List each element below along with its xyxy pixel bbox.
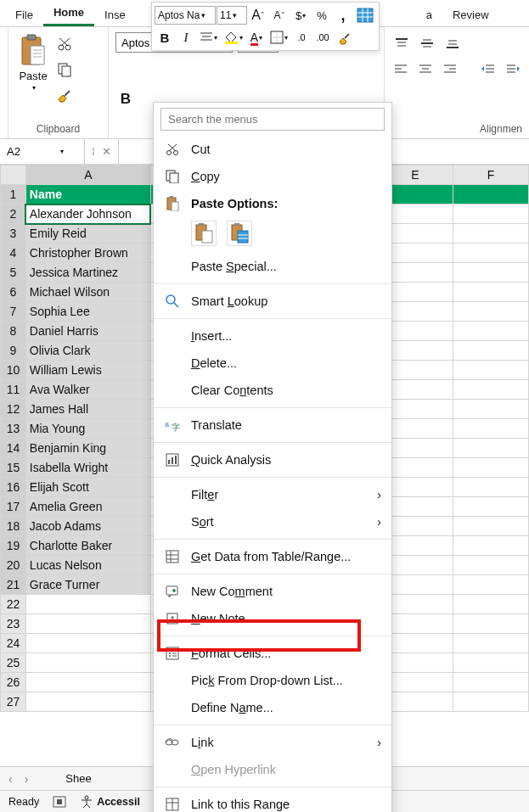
mini-align-button[interactable]: ▾: [197, 27, 220, 48]
cell-A9[interactable]: Olivia Clark: [25, 341, 150, 361]
sheet-tab[interactable]: Shee: [65, 772, 91, 785]
ctx-quick-analysis[interactable]: Quick Analysis: [154, 446, 391, 473]
ctx-format-cells[interactable]: Format Cells...: [154, 640, 391, 667]
format-table-button[interactable]: [354, 5, 376, 25]
cell-A12[interactable]: James Hall: [25, 400, 150, 419]
history-icon[interactable]: ⁞: [92, 145, 95, 158]
shrink-font-button[interactable]: A˅: [269, 5, 290, 25]
row-header-6[interactable]: 6: [1, 283, 26, 302]
mini-bold-button[interactable]: B: [155, 27, 175, 48]
cell-A14[interactable]: Benjamin King: [25, 439, 150, 458]
ctx-get-data[interactable]: Get Data from Table/Range...: [154, 543, 391, 570]
dec-indent-button[interactable]: [478, 59, 498, 78]
row-header-13[interactable]: 13: [1, 419, 26, 439]
row-header-23[interactable]: 23: [1, 614, 26, 634]
ctx-paste-special[interactable]: Paste Special...: [154, 253, 391, 280]
ctx-new-note[interactable]: New Note: [154, 605, 391, 632]
comma-button[interactable]: ,: [333, 5, 353, 25]
row-header-19[interactable]: 19: [1, 536, 26, 556]
cell-A19[interactable]: Charlotte Baker: [25, 536, 150, 556]
tab-extra[interactable]: a: [416, 5, 442, 26]
cell-A5[interactable]: Jessica Martinez: [25, 263, 150, 283]
ctx-new-comment[interactable]: New Comment: [154, 578, 391, 605]
align-bottom-button[interactable]: [442, 34, 463, 53]
ctx-filter[interactable]: Filter›: [154, 481, 391, 508]
cell-A15[interactable]: Isabella Wright: [25, 458, 150, 478]
align-center-button[interactable]: [416, 59, 436, 78]
row-header-2[interactable]: 2: [1, 204, 26, 224]
paste-button[interactable]: Paste ▾: [15, 31, 51, 95]
mini-border-button[interactable]: ▾: [267, 27, 290, 48]
row-header-7[interactable]: 7: [1, 302, 26, 322]
col-header-F[interactable]: F: [453, 165, 528, 185]
mini-dec-decimal-button[interactable]: .00: [312, 27, 333, 48]
align-left-button[interactable]: [391, 59, 411, 78]
align-right-button[interactable]: [441, 59, 460, 78]
row-header-14[interactable]: 14: [1, 439, 26, 458]
paste-special-icon-button[interactable]: [227, 221, 252, 246]
inc-indent-button[interactable]: [503, 59, 522, 78]
row-header-12[interactable]: 12: [1, 400, 26, 419]
cell-A2[interactable]: Alexander Johnson: [25, 204, 150, 224]
tab-insert[interactable]: Inse: [94, 5, 136, 26]
cell-A10[interactable]: William Lewis: [25, 361, 150, 380]
row-header-1[interactable]: 1: [1, 185, 26, 204]
mini-size-combo[interactable]: 11▾: [217, 6, 247, 25]
row-header-25[interactable]: 25: [1, 653, 26, 673]
row-header-15[interactable]: 15: [1, 458, 26, 478]
mini-inc-decimal-button[interactable]: .0: [291, 27, 312, 48]
menu-search-input[interactable]: [160, 108, 385, 131]
ctx-link[interactable]: Link›: [154, 729, 391, 756]
ctx-clear[interactable]: Clear Contents: [154, 377, 391, 404]
chevron-down-icon[interactable]: ▾: [59, 148, 64, 155]
ctx-define-name[interactable]: Define Name...: [154, 694, 391, 721]
cell-A8[interactable]: Daniel Harris: [25, 322, 150, 341]
tab-review[interactable]: Review: [442, 5, 499, 26]
cell-A11[interactable]: Ava Walker: [25, 380, 150, 400]
row-header-21[interactable]: 21: [1, 575, 26, 595]
row-header-10[interactable]: 10: [1, 361, 26, 380]
cancel-icon[interactable]: ✕: [102, 145, 111, 158]
align-top-button[interactable]: [391, 34, 412, 53]
align-middle-button[interactable]: [417, 34, 437, 53]
bold-button[interactable]: B: [115, 90, 136, 109]
cell-A20[interactable]: Lucas Nelson: [25, 556, 150, 575]
row-header-27[interactable]: 27: [1, 692, 26, 712]
ctx-smart-lookup[interactable]: Smart Lookup: [154, 288, 391, 315]
row-header-4[interactable]: 4: [1, 244, 26, 263]
cell-A17[interactable]: Amelia Green: [25, 497, 150, 517]
mini-italic-button[interactable]: I: [176, 27, 196, 48]
sheet-nav-next[interactable]: ›: [25, 772, 29, 786]
cell-A4[interactable]: Christopher Brown: [25, 244, 150, 263]
macro-icon[interactable]: [53, 796, 66, 808]
row-header-18[interactable]: 18: [1, 517, 26, 536]
row-header-11[interactable]: 11: [1, 380, 26, 400]
row-header-16[interactable]: 16: [1, 478, 26, 497]
row-header-9[interactable]: 9: [1, 341, 26, 361]
format-painter-button[interactable]: [56, 87, 73, 104]
ctx-insert[interactable]: Insert...: [154, 322, 391, 350]
currency-button[interactable]: $▾: [290, 5, 311, 25]
cell-A16[interactable]: Elijah Scott: [25, 478, 150, 497]
ctx-sort[interactable]: Sort›: [154, 508, 391, 535]
mini-font-color-button[interactable]: A▾: [246, 27, 267, 48]
row-header-22[interactable]: 22: [1, 595, 26, 614]
cell-A18[interactable]: Jacob Adams: [25, 517, 150, 536]
name-box-input[interactable]: [5, 144, 56, 159]
col-header-A[interactable]: A: [25, 165, 150, 185]
row-header-17[interactable]: 17: [1, 497, 26, 517]
row-header-26[interactable]: 26: [1, 673, 26, 692]
select-all-corner[interactable]: [1, 165, 26, 185]
mini-font-combo[interactable]: Aptos Na▾: [155, 6, 216, 25]
ctx-link-range[interactable]: Link to this Range: [154, 791, 391, 812]
ctx-cut[interactable]: Cut: [154, 136, 391, 163]
copy-button[interactable]: [56, 61, 73, 78]
sheet-nav-prev[interactable]: ‹: [8, 772, 13, 786]
mini-format-painter-button[interactable]: [334, 27, 354, 48]
tab-home[interactable]: Home: [43, 3, 94, 26]
row-header-24[interactable]: 24: [1, 634, 26, 653]
tab-file[interactable]: File: [5, 5, 43, 26]
ctx-copy[interactable]: Copy: [154, 163, 391, 190]
row-header-8[interactable]: 8: [1, 322, 26, 341]
row-header-3[interactable]: 3: [1, 224, 26, 244]
